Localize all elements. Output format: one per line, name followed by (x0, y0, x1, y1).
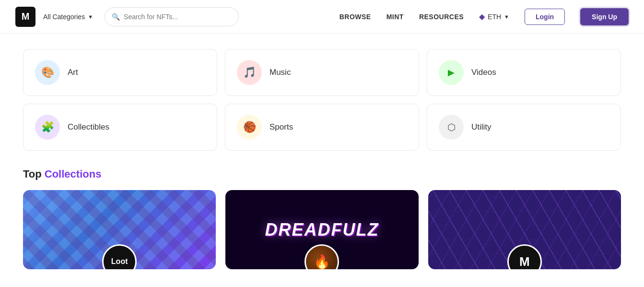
category-sports[interactable]: 🏀 Sports (225, 104, 419, 151)
top-collections-section: Top Collections Loot DREADFULZ 🔥 (23, 168, 621, 269)
category-art-label: Art (68, 68, 78, 77)
category-music-label: Music (269, 68, 291, 77)
nav-resources[interactable]: RESOURCES (419, 13, 464, 21)
top-collections-title: Top Collections (23, 168, 621, 180)
category-grid: 🎨 Art 🎵 Music ▶ Videos 🧩 Collectibles 🏀 … (23, 49, 621, 151)
search-icon: 🔍 (112, 13, 120, 21)
category-utility-label: Utility (471, 122, 492, 132)
logo-wrap: M (15, 7, 35, 27)
category-music[interactable]: 🎵 Music (225, 49, 419, 96)
main-content: 🎨 Art 🎵 Music ▶ Videos 🧩 Collectibles 🏀 … (0, 34, 644, 285)
login-button[interactable]: Login (525, 9, 565, 25)
search-input[interactable] (124, 13, 232, 21)
category-videos[interactable]: ▶ Videos (427, 49, 621, 96)
sports-icon: 🏀 (237, 115, 262, 140)
signup-button[interactable]: Sign Up (580, 8, 629, 25)
main-nav: BROWSE MINT RESOURCES ◆ ETH ▼ Login Sign… (340, 8, 629, 25)
videos-icon: ▶ (439, 60, 464, 85)
category-videos-label: Videos (471, 68, 496, 77)
category-sports-label: Sports (269, 122, 293, 132)
header: M All Categories ▼ 🔍 BROWSE MINT RESOURC… (0, 0, 644, 34)
eth-chevron-icon: ▼ (504, 14, 509, 20)
collection-dreadfulz[interactable]: DREADFULZ 🔥 (225, 190, 418, 269)
search-bar: 🔍 (105, 7, 239, 26)
collection-m[interactable]: M ■ (428, 190, 621, 269)
chevron-down-icon: ▼ (88, 14, 93, 20)
category-collectibles-label: Collectibles (68, 122, 109, 132)
music-icon: 🎵 (237, 60, 262, 85)
collection-loot[interactable]: Loot (23, 190, 216, 269)
eth-selector-button[interactable]: ◆ ETH ▼ (479, 12, 509, 21)
category-collectibles[interactable]: 🧩 Collectibles (23, 104, 217, 151)
collectibles-icon: 🧩 (35, 115, 60, 140)
categories-dropdown-button[interactable]: All Categories ▼ (43, 13, 93, 21)
nav-browse[interactable]: BROWSE (340, 13, 371, 21)
eth-icon: ◆ (479, 12, 485, 21)
collections-grid: Loot DREADFULZ 🔥 M ■ (23, 190, 621, 269)
nav-mint[interactable]: MINT (386, 13, 404, 21)
logo-icon[interactable]: M (15, 7, 35, 27)
category-utility[interactable]: ⬡ Utility (427, 104, 621, 151)
dreadfulz-title: DREADFULZ (265, 220, 379, 240)
art-icon: 🎨 (35, 60, 60, 85)
avatar-dreadfulz: 🔥 (304, 244, 339, 269)
category-art[interactable]: 🎨 Art (23, 49, 217, 96)
utility-icon: ⬡ (439, 115, 464, 140)
